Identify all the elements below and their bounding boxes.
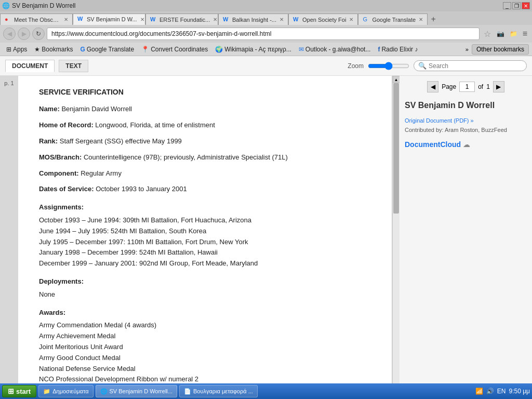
prev-page-button[interactable]: ◀ <box>427 81 438 92</box>
restore-button[interactable]: ❐ <box>512 2 521 9</box>
assignments-section: Assignments: October 1993 – June 1994: 3… <box>39 202 371 269</box>
lang-indicator[interactable]: EN <box>497 388 506 395</box>
page-input[interactable] <box>459 82 475 92</box>
taskbar-item-browser[interactable]: 🌐 SV Benjamin D Worrell... <box>96 385 177 397</box>
bookmark-google-translate-label: Google Translate <box>87 46 134 53</box>
document-view-button[interactable]: DOCUMENT <box>5 60 55 72</box>
original-doc-anchor[interactable]: Original Document (PDF) » <box>405 117 474 124</box>
bookmark-wikimapia[interactable]: 🌍 Wikimapia - Aç περιγρ... <box>212 45 295 54</box>
tab-close-6[interactable]: ✕ <box>419 17 423 22</box>
bookmark-google-translate[interactable]: G Google Translate <box>77 45 137 54</box>
pagination: ◀ Page of 1 ▶ <box>405 81 527 92</box>
clock: 9:50 μμ <box>509 388 530 395</box>
right-panel: ◀ Page of 1 ▶ SV Benjamin D Worrell Orig… <box>400 76 532 399</box>
zoom-slider[interactable] <box>368 62 409 70</box>
document-cloud-logo: DocumentCloud ☁ <box>405 140 527 149</box>
address-input[interactable] <box>47 28 480 40</box>
tab-close-4[interactable]: ✕ <box>280 17 284 22</box>
page-sidebar: p. 1 <box>0 76 18 399</box>
field-dates-value: October 1993 to January 2001 <box>96 185 187 193</box>
folder-icon[interactable]: 📁 <box>508 30 519 37</box>
taskbar-item-translate[interactable]: 📄 Βουλγαρια μεταφορά ... <box>179 385 258 397</box>
doc-wrapper: SERVICE VERIFICATION Name: Benjamin Davi… <box>18 76 532 399</box>
close-button[interactable]: ✕ <box>522 2 530 9</box>
bookmark-outlook[interactable]: ✉ Outlook - g.aiwa@hot... <box>296 45 374 54</box>
wikimapia-icon: 🌍 <box>215 46 223 53</box>
tab-meet-obscur[interactable]: ● Meet The Obscur... ✕ <box>0 14 73 25</box>
bookmark-bookmarks[interactable]: ★ Bookmarks <box>31 45 76 54</box>
taskbar-item-documents[interactable]: 📁 Δημοσιεύματα <box>38 385 93 397</box>
tab-favicon-3: W <box>150 16 157 23</box>
sys-tray: 📶 🔊 EN 9:50 μμ <box>475 388 530 395</box>
camera-icon[interactable]: 📷 <box>495 30 506 37</box>
vertical-scrollbar[interactable]: ▲ ▼ <box>392 76 400 399</box>
start-label: start <box>16 388 31 395</box>
original-doc-link[interactable]: Original Document (PDF) » <box>405 117 527 124</box>
cloud-logo-icon: ☁ <box>463 140 470 149</box>
bookmark-wikimapia-label: Wikimapia - Aç περιγρ... <box>224 46 291 53</box>
new-tab-button[interactable]: + <box>428 14 439 25</box>
deployments-title: Deployments: <box>39 276 371 287</box>
scroll-up-button[interactable]: ▲ <box>393 76 400 83</box>
scroll-thumb[interactable] <box>393 83 399 214</box>
forward-button[interactable]: ▶ <box>18 28 30 40</box>
award-1: Army Commendation Medal (4 awards) <box>39 320 371 331</box>
tab-open-society[interactable]: W Open Society Foi ✕ <box>288 14 358 25</box>
title-bar-left: 🌐 SV Benjamin D Worrell <box>2 2 75 9</box>
tab-close-2[interactable]: ✕ <box>140 17 144 22</box>
translate-taskbar-icon: 📄 <box>184 388 191 395</box>
bookmark-radio-elixir-label: Radio Elixir ♪ <box>381 46 418 53</box>
page-number: p. 1 <box>4 80 14 86</box>
title-bar-text: SV Benjamin D Worrell <box>12 2 75 9</box>
search-input[interactable] <box>429 62 522 70</box>
tab-balkan[interactable]: W Balkan Insight -... ✕ <box>218 14 288 25</box>
taskbar-item-translate-label: Βουλγαρια μεταφορά ... <box>193 388 253 394</box>
assignment-1: October 1993 – June 1994: 309th MI Batta… <box>39 215 371 226</box>
tab-google-translate[interactable]: G Google Translate ✕ <box>358 14 428 25</box>
scroll-track[interactable] <box>393 83 400 399</box>
doc-scroll-area: SERVICE VERIFICATION Name: Benjamin Davi… <box>18 76 532 399</box>
bookmark-convert-coords-label: Convert Coordinates <box>151 46 208 53</box>
contributed-by: Contributed by: Aram Roston, BuzzFeed <box>405 127 527 133</box>
reload-button[interactable]: ↻ <box>32 28 45 40</box>
tab-label-6: Google Translate <box>372 17 416 23</box>
tab-sv-benjamin[interactable]: W SV Benjamin D W... ✕ <box>73 14 145 25</box>
bookmark-convert-coords[interactable]: 📍 Convert Coordinates <box>138 45 211 54</box>
back-button[interactable]: ◀ <box>3 28 16 40</box>
next-page-button[interactable]: ▶ <box>493 81 504 92</box>
start-button[interactable]: ⊞ start <box>2 385 36 397</box>
tab-label-1: Meet The Obscur... <box>14 17 61 23</box>
convert-coords-icon: 📍 <box>141 46 149 53</box>
deployments-value: None <box>39 289 371 300</box>
bookmarks-star-icon: ★ <box>34 46 40 53</box>
windows-logo-icon: ⊞ <box>8 387 14 395</box>
tab-label-4: Balkan Insight -... <box>232 17 276 23</box>
bookmark-star-icon[interactable]: ☆ <box>482 29 493 39</box>
field-dates-label: Dates of Service: <box>39 185 94 193</box>
zoom-label: Zoom <box>348 62 364 70</box>
other-bookmarks-button[interactable]: Other bookmarks <box>472 44 529 55</box>
award-2: Army Achievement Medal <box>39 331 371 342</box>
deployments-section: Deployments: None <box>39 276 371 300</box>
field-rank-value: Staff Sergeant (SSG) effective May 1999 <box>60 137 182 145</box>
text-view-button[interactable]: TEXT <box>59 60 88 72</box>
menu-button[interactable]: ≡ <box>521 29 529 38</box>
tab-close-3[interactable]: ✕ <box>213 17 217 22</box>
tab-erste[interactable]: W ERSTE Foundatic... ✕ <box>145 14 218 25</box>
bookmark-apps[interactable]: ⊞ Apps <box>3 45 30 54</box>
tab-bar: ● Meet The Obscur... ✕ W SV Benjamin D W… <box>0 11 532 25</box>
field-name-value: Benjamin David Worrell <box>61 105 132 113</box>
minimize-button[interactable]: _ <box>503 2 511 9</box>
tab-close-1[interactable]: ✕ <box>64 17 68 22</box>
bookmark-radio-elixir[interactable]: f Radio Elixir ♪ <box>375 45 421 54</box>
doc-content[interactable]: SERVICE VERIFICATION Name: Benjamin Davi… <box>18 76 392 399</box>
address-bar: ◀ ▶ ↻ ☆ 📷 📁 ≡ <box>0 25 532 43</box>
field-name: Name: Benjamin David Worrell <box>39 104 371 115</box>
document-toolbar: DOCUMENT TEXT Zoom 🔍 <box>0 56 532 76</box>
assignment-4: January 1998 – December 1999: 524th MI B… <box>39 247 371 258</box>
browser-chrome: 🌐 SV Benjamin D Worrell _ ❐ ✕ ● Meet The… <box>0 0 532 56</box>
title-bar-buttons[interactable]: _ ❐ ✕ <box>503 2 530 9</box>
assignments-title: Assignments: <box>39 202 371 213</box>
tab-close-5[interactable]: ✕ <box>349 17 353 22</box>
field-mos-label: MOS/Branch: <box>39 153 82 161</box>
